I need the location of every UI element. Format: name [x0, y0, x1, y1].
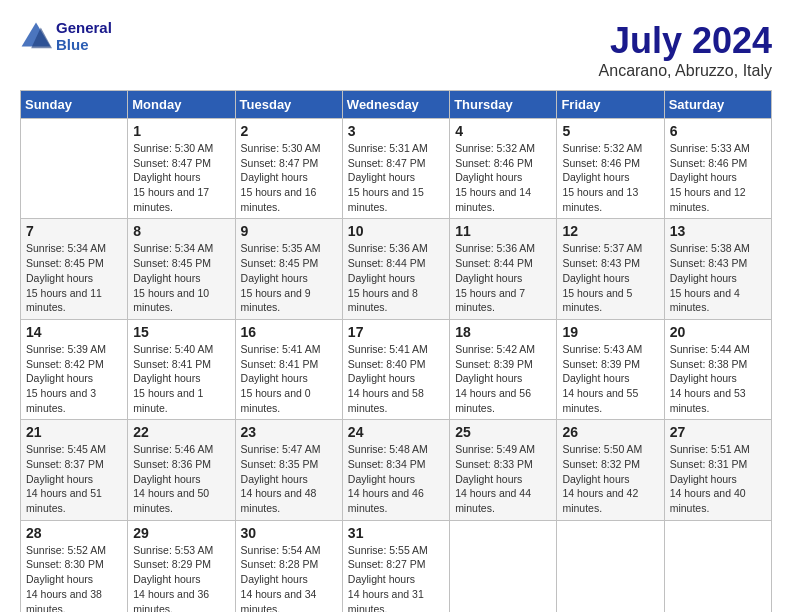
calendar-cell: 13Sunrise: 5:38 AMSunset: 8:43 PMDayligh…	[664, 219, 771, 319]
day-info: Sunrise: 5:54 AMSunset: 8:28 PMDaylight …	[241, 543, 337, 612]
day-number: 18	[455, 324, 551, 340]
calendar-week-4: 21Sunrise: 5:45 AMSunset: 8:37 PMDayligh…	[21, 420, 772, 520]
calendar-cell: 4Sunrise: 5:32 AMSunset: 8:46 PMDaylight…	[450, 119, 557, 219]
day-info: Sunrise: 5:46 AMSunset: 8:36 PMDaylight …	[133, 442, 229, 515]
day-number: 8	[133, 223, 229, 239]
calendar-cell: 20Sunrise: 5:44 AMSunset: 8:38 PMDayligh…	[664, 319, 771, 419]
day-info: Sunrise: 5:53 AMSunset: 8:29 PMDaylight …	[133, 543, 229, 612]
day-info: Sunrise: 5:51 AMSunset: 8:31 PMDaylight …	[670, 442, 766, 515]
day-number: 3	[348, 123, 444, 139]
day-info: Sunrise: 5:55 AMSunset: 8:27 PMDaylight …	[348, 543, 444, 612]
calendar-cell: 28Sunrise: 5:52 AMSunset: 8:30 PMDayligh…	[21, 520, 128, 612]
day-info: Sunrise: 5:48 AMSunset: 8:34 PMDaylight …	[348, 442, 444, 515]
day-info: Sunrise: 5:42 AMSunset: 8:39 PMDaylight …	[455, 342, 551, 415]
calendar-cell: 24Sunrise: 5:48 AMSunset: 8:34 PMDayligh…	[342, 420, 449, 520]
day-info: Sunrise: 5:32 AMSunset: 8:46 PMDaylight …	[562, 141, 658, 214]
day-number: 29	[133, 525, 229, 541]
day-info: Sunrise: 5:30 AMSunset: 8:47 PMDaylight …	[241, 141, 337, 214]
calendar-cell: 15Sunrise: 5:40 AMSunset: 8:41 PMDayligh…	[128, 319, 235, 419]
calendar-cell: 21Sunrise: 5:45 AMSunset: 8:37 PMDayligh…	[21, 420, 128, 520]
calendar-cell: 8Sunrise: 5:34 AMSunset: 8:45 PMDaylight…	[128, 219, 235, 319]
day-info: Sunrise: 5:39 AMSunset: 8:42 PMDaylight …	[26, 342, 122, 415]
day-number: 23	[241, 424, 337, 440]
calendar-cell: 1Sunrise: 5:30 AMSunset: 8:47 PMDaylight…	[128, 119, 235, 219]
calendar-week-2: 7Sunrise: 5:34 AMSunset: 8:45 PMDaylight…	[21, 219, 772, 319]
calendar-cell	[21, 119, 128, 219]
calendar-cell: 29Sunrise: 5:53 AMSunset: 8:29 PMDayligh…	[128, 520, 235, 612]
calendar-cell: 14Sunrise: 5:39 AMSunset: 8:42 PMDayligh…	[21, 319, 128, 419]
day-number: 25	[455, 424, 551, 440]
day-info: Sunrise: 5:36 AMSunset: 8:44 PMDaylight …	[455, 241, 551, 314]
calendar-cell: 12Sunrise: 5:37 AMSunset: 8:43 PMDayligh…	[557, 219, 664, 319]
day-number: 11	[455, 223, 551, 239]
calendar-cell: 22Sunrise: 5:46 AMSunset: 8:36 PMDayligh…	[128, 420, 235, 520]
calendar-cell: 18Sunrise: 5:42 AMSunset: 8:39 PMDayligh…	[450, 319, 557, 419]
page-header: General Blue July 2024 Ancarano, Abruzzo…	[20, 20, 772, 80]
calendar-cell: 10Sunrise: 5:36 AMSunset: 8:44 PMDayligh…	[342, 219, 449, 319]
day-number: 13	[670, 223, 766, 239]
day-info: Sunrise: 5:32 AMSunset: 8:46 PMDaylight …	[455, 141, 551, 214]
day-info: Sunrise: 5:41 AMSunset: 8:40 PMDaylight …	[348, 342, 444, 415]
weekday-header-saturday: Saturday	[664, 91, 771, 119]
day-info: Sunrise: 5:36 AMSunset: 8:44 PMDaylight …	[348, 241, 444, 314]
day-info: Sunrise: 5:52 AMSunset: 8:30 PMDaylight …	[26, 543, 122, 612]
day-number: 6	[670, 123, 766, 139]
day-number: 14	[26, 324, 122, 340]
day-info: Sunrise: 5:43 AMSunset: 8:39 PMDaylight …	[562, 342, 658, 415]
calendar-table: SundayMondayTuesdayWednesdayThursdayFrid…	[20, 90, 772, 612]
day-info: Sunrise: 5:41 AMSunset: 8:41 PMDaylight …	[241, 342, 337, 415]
calendar-cell	[450, 520, 557, 612]
logo-text: General Blue	[56, 20, 112, 53]
calendar-cell: 3Sunrise: 5:31 AMSunset: 8:47 PMDaylight…	[342, 119, 449, 219]
day-info: Sunrise: 5:31 AMSunset: 8:47 PMDaylight …	[348, 141, 444, 214]
location-title: Ancarano, Abruzzo, Italy	[599, 62, 772, 80]
day-info: Sunrise: 5:30 AMSunset: 8:47 PMDaylight …	[133, 141, 229, 214]
day-number: 20	[670, 324, 766, 340]
day-number: 21	[26, 424, 122, 440]
day-info: Sunrise: 5:45 AMSunset: 8:37 PMDaylight …	[26, 442, 122, 515]
day-number: 5	[562, 123, 658, 139]
day-info: Sunrise: 5:40 AMSunset: 8:41 PMDaylight …	[133, 342, 229, 415]
day-number: 31	[348, 525, 444, 541]
day-info: Sunrise: 5:35 AMSunset: 8:45 PMDaylight …	[241, 241, 337, 314]
day-number: 12	[562, 223, 658, 239]
day-number: 17	[348, 324, 444, 340]
calendar-cell: 16Sunrise: 5:41 AMSunset: 8:41 PMDayligh…	[235, 319, 342, 419]
weekday-header-wednesday: Wednesday	[342, 91, 449, 119]
day-info: Sunrise: 5:33 AMSunset: 8:46 PMDaylight …	[670, 141, 766, 214]
day-info: Sunrise: 5:50 AMSunset: 8:32 PMDaylight …	[562, 442, 658, 515]
calendar-cell: 23Sunrise: 5:47 AMSunset: 8:35 PMDayligh…	[235, 420, 342, 520]
calendar-cell: 7Sunrise: 5:34 AMSunset: 8:45 PMDaylight…	[21, 219, 128, 319]
weekday-header-monday: Monday	[128, 91, 235, 119]
day-info: Sunrise: 5:34 AMSunset: 8:45 PMDaylight …	[133, 241, 229, 314]
day-number: 9	[241, 223, 337, 239]
day-number: 19	[562, 324, 658, 340]
calendar-week-1: 1Sunrise: 5:30 AMSunset: 8:47 PMDaylight…	[21, 119, 772, 219]
day-number: 27	[670, 424, 766, 440]
day-number: 1	[133, 123, 229, 139]
calendar-week-5: 28Sunrise: 5:52 AMSunset: 8:30 PMDayligh…	[21, 520, 772, 612]
calendar-cell	[557, 520, 664, 612]
title-block: July 2024 Ancarano, Abruzzo, Italy	[599, 20, 772, 80]
day-info: Sunrise: 5:38 AMSunset: 8:43 PMDaylight …	[670, 241, 766, 314]
day-number: 15	[133, 324, 229, 340]
calendar-cell: 30Sunrise: 5:54 AMSunset: 8:28 PMDayligh…	[235, 520, 342, 612]
calendar-cell: 2Sunrise: 5:30 AMSunset: 8:47 PMDaylight…	[235, 119, 342, 219]
day-number: 22	[133, 424, 229, 440]
day-info: Sunrise: 5:37 AMSunset: 8:43 PMDaylight …	[562, 241, 658, 314]
calendar-cell: 5Sunrise: 5:32 AMSunset: 8:46 PMDaylight…	[557, 119, 664, 219]
calendar-cell: 27Sunrise: 5:51 AMSunset: 8:31 PMDayligh…	[664, 420, 771, 520]
logo: General Blue	[20, 20, 112, 53]
day-number: 30	[241, 525, 337, 541]
logo-icon	[20, 21, 52, 53]
calendar-cell: 11Sunrise: 5:36 AMSunset: 8:44 PMDayligh…	[450, 219, 557, 319]
calendar-cell	[664, 520, 771, 612]
day-number: 7	[26, 223, 122, 239]
weekday-header-sunday: Sunday	[21, 91, 128, 119]
calendar-cell: 17Sunrise: 5:41 AMSunset: 8:40 PMDayligh…	[342, 319, 449, 419]
day-number: 26	[562, 424, 658, 440]
day-number: 10	[348, 223, 444, 239]
weekday-header-tuesday: Tuesday	[235, 91, 342, 119]
day-number: 4	[455, 123, 551, 139]
calendar-cell: 26Sunrise: 5:50 AMSunset: 8:32 PMDayligh…	[557, 420, 664, 520]
